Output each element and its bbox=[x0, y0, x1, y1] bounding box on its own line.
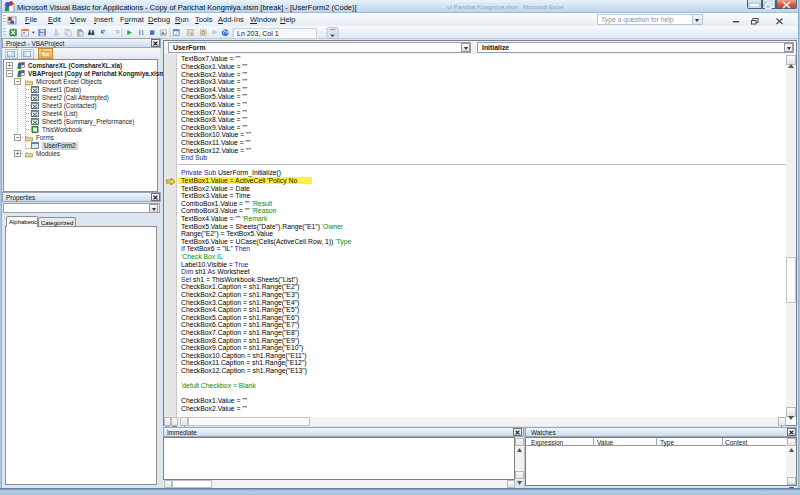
svg-text:?>: ?> bbox=[222, 29, 228, 35]
